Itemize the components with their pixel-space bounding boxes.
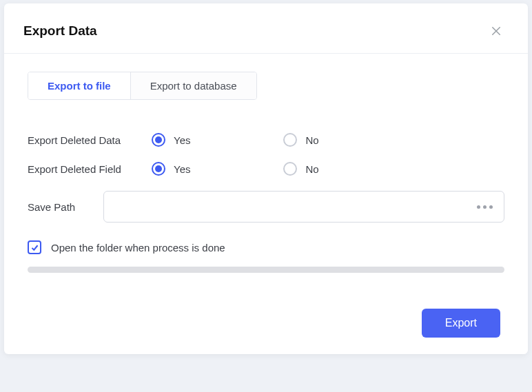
save-path-input[interactable] bbox=[103, 191, 504, 223]
checkbox-label: Open the folder when process is done bbox=[51, 242, 225, 254]
radio-deleted-field-no[interactable]: No bbox=[283, 162, 318, 176]
radio-label: Yes bbox=[174, 163, 190, 175]
radio-button-icon bbox=[152, 162, 165, 176]
export-button[interactable]: Export bbox=[422, 309, 500, 338]
label-export-deleted-data: Export Deleted Data bbox=[28, 134, 152, 146]
row-export-deleted-data: Export Deleted Data Yes No bbox=[28, 133, 504, 147]
radio-label: No bbox=[305, 163, 318, 175]
radio-button-icon bbox=[152, 133, 165, 147]
close-button[interactable] bbox=[487, 21, 506, 41]
radio-label: No bbox=[305, 134, 318, 146]
row-save-path: Save Path bbox=[28, 191, 504, 223]
dialog-header: Export Data bbox=[4, 3, 528, 54]
close-icon bbox=[490, 25, 502, 37]
tabs: Export to file Export to database bbox=[28, 72, 257, 100]
radio-deleted-data-yes[interactable]: Yes bbox=[152, 133, 190, 147]
label-export-deleted-field: Export Deleted Field bbox=[28, 163, 152, 175]
tab-export-to-database[interactable]: Export to database bbox=[131, 72, 256, 99]
dialog-title: Export Data bbox=[23, 23, 97, 39]
label-save-path: Save Path bbox=[28, 201, 103, 213]
export-data-dialog: Export Data Export to file Export to dat… bbox=[4, 3, 528, 354]
radio-label: Yes bbox=[174, 134, 190, 146]
dialog-footer: Export bbox=[28, 309, 504, 338]
radio-deleted-data-no[interactable]: No bbox=[283, 133, 318, 147]
row-export-deleted-field: Export Deleted Field Yes No bbox=[28, 162, 504, 176]
dialog-body: Export to file Export to database Export… bbox=[4, 54, 528, 354]
tab-export-to-file[interactable]: Export to file bbox=[28, 72, 131, 99]
checkbox-open-folder[interactable]: Open the folder when process is done bbox=[28, 240, 504, 254]
progress-bar bbox=[28, 267, 504, 273]
radio-group-deleted-data: Yes No bbox=[152, 133, 319, 147]
radio-deleted-field-yes[interactable]: Yes bbox=[152, 162, 190, 176]
radio-group-deleted-field: Yes No bbox=[152, 162, 319, 176]
browse-icon bbox=[477, 205, 493, 209]
checkbox-icon bbox=[28, 240, 41, 254]
radio-button-icon bbox=[283, 162, 297, 176]
radio-button-icon bbox=[283, 133, 297, 147]
